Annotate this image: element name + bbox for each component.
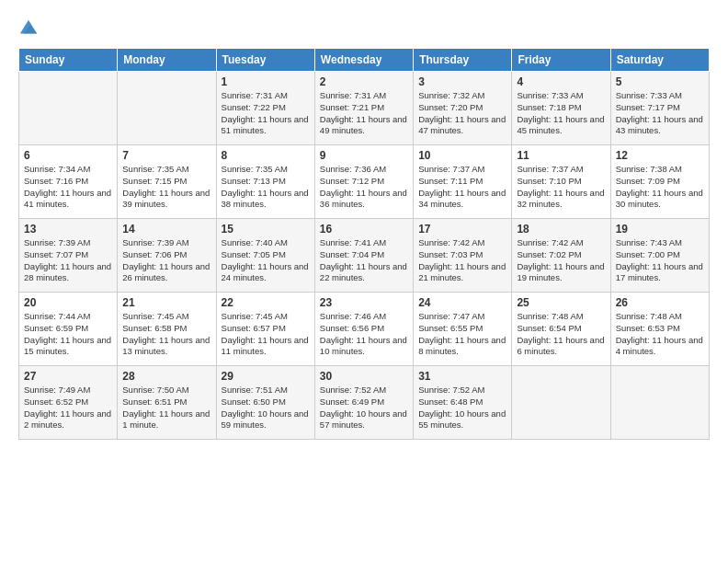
- weekday-header-row: SundayMondayTuesdayWednesdayThursdayFrid…: [19, 49, 710, 72]
- day-info: Sunrise: 7:34 AM Sunset: 7:16 PM Dayligh…: [24, 164, 112, 211]
- day-info: Sunrise: 7:47 AM Sunset: 6:55 PM Dayligh…: [418, 311, 506, 358]
- day-cell: [19, 72, 118, 145]
- day-cell: 9Sunrise: 7:36 AM Sunset: 7:12 PM Daylig…: [314, 145, 413, 219]
- day-number: 12: [616, 149, 704, 162]
- week-row-2: 6Sunrise: 7:34 AM Sunset: 7:16 PM Daylig…: [19, 145, 710, 219]
- day-cell: [512, 366, 610, 440]
- header: [18, 18, 710, 39]
- day-cell: 25Sunrise: 7:48 AM Sunset: 6:54 PM Dayli…: [512, 293, 610, 366]
- week-row-3: 13Sunrise: 7:39 AM Sunset: 7:07 PM Dayli…: [19, 219, 710, 293]
- day-info: Sunrise: 7:37 AM Sunset: 7:10 PM Dayligh…: [517, 164, 605, 211]
- day-info: Sunrise: 7:48 AM Sunset: 6:54 PM Dayligh…: [517, 311, 605, 358]
- day-cell: 5Sunrise: 7:33 AM Sunset: 7:17 PM Daylig…: [610, 72, 709, 145]
- day-number: 2: [320, 75, 408, 88]
- day-cell: 11Sunrise: 7:37 AM Sunset: 7:10 PM Dayli…: [512, 145, 610, 219]
- day-number: 8: [222, 149, 310, 162]
- day-number: 19: [616, 223, 704, 236]
- day-info: Sunrise: 7:46 AM Sunset: 6:56 PM Dayligh…: [320, 311, 408, 358]
- day-cell: 18Sunrise: 7:42 AM Sunset: 7:02 PM Dayli…: [512, 219, 610, 293]
- day-info: Sunrise: 7:37 AM Sunset: 7:11 PM Dayligh…: [418, 164, 506, 211]
- day-number: 28: [122, 370, 210, 383]
- weekday-header-sunday: Sunday: [19, 49, 118, 72]
- day-number: 13: [24, 223, 112, 236]
- day-cell: 27Sunrise: 7:49 AM Sunset: 6:52 PM Dayli…: [19, 366, 118, 440]
- day-cell: 17Sunrise: 7:42 AM Sunset: 7:03 PM Dayli…: [414, 219, 512, 293]
- day-number: 4: [517, 75, 605, 88]
- day-info: Sunrise: 7:41 AM Sunset: 7:04 PM Dayligh…: [320, 237, 408, 284]
- day-info: Sunrise: 7:31 AM Sunset: 7:22 PM Dayligh…: [222, 90, 310, 137]
- day-cell: 7Sunrise: 7:35 AM Sunset: 7:15 PM Daylig…: [118, 145, 216, 219]
- day-info: Sunrise: 7:43 AM Sunset: 7:00 PM Dayligh…: [616, 237, 704, 284]
- day-cell: [610, 366, 709, 440]
- day-cell: 21Sunrise: 7:45 AM Sunset: 6:58 PM Dayli…: [118, 293, 216, 366]
- day-info: Sunrise: 7:52 AM Sunset: 6:49 PM Dayligh…: [320, 385, 408, 431]
- day-number: 15: [222, 223, 310, 236]
- day-info: Sunrise: 7:45 AM Sunset: 6:58 PM Dayligh…: [122, 311, 210, 358]
- day-info: Sunrise: 7:49 AM Sunset: 6:52 PM Dayligh…: [24, 385, 112, 431]
- day-cell: 31Sunrise: 7:52 AM Sunset: 6:48 PM Dayli…: [414, 366, 512, 440]
- calendar: SundayMondayTuesdayWednesdayThursdayFrid…: [18, 48, 710, 440]
- logo-icon: [18, 18, 39, 39]
- day-number: 24: [418, 296, 506, 309]
- day-cell: 30Sunrise: 7:52 AM Sunset: 6:49 PM Dayli…: [314, 366, 413, 440]
- day-cell: 13Sunrise: 7:39 AM Sunset: 7:07 PM Dayli…: [19, 219, 118, 293]
- logo: [18, 18, 40, 39]
- page: SundayMondayTuesdayWednesdayThursdayFrid…: [0, 0, 728, 563]
- day-number: 25: [517, 296, 605, 309]
- day-number: 21: [122, 296, 210, 309]
- day-number: 29: [222, 370, 310, 383]
- day-info: Sunrise: 7:38 AM Sunset: 7:09 PM Dayligh…: [616, 164, 704, 211]
- day-number: 11: [517, 149, 605, 162]
- day-cell: 12Sunrise: 7:38 AM Sunset: 7:09 PM Dayli…: [610, 145, 709, 219]
- day-info: Sunrise: 7:39 AM Sunset: 7:06 PM Dayligh…: [122, 237, 210, 284]
- day-cell: 4Sunrise: 7:33 AM Sunset: 7:18 PM Daylig…: [512, 72, 610, 145]
- day-number: 30: [320, 370, 408, 383]
- day-number: 3: [418, 75, 506, 88]
- day-cell: 3Sunrise: 7:32 AM Sunset: 7:20 PM Daylig…: [414, 72, 512, 145]
- day-info: Sunrise: 7:35 AM Sunset: 7:13 PM Dayligh…: [222, 164, 310, 211]
- day-info: Sunrise: 7:33 AM Sunset: 7:18 PM Dayligh…: [517, 90, 605, 137]
- day-info: Sunrise: 7:36 AM Sunset: 7:12 PM Dayligh…: [320, 164, 408, 211]
- day-cell: 16Sunrise: 7:41 AM Sunset: 7:04 PM Dayli…: [314, 219, 413, 293]
- day-cell: 20Sunrise: 7:44 AM Sunset: 6:59 PM Dayli…: [19, 293, 118, 366]
- day-number: 1: [222, 75, 310, 88]
- day-number: 18: [517, 223, 605, 236]
- week-row-4: 20Sunrise: 7:44 AM Sunset: 6:59 PM Dayli…: [19, 293, 710, 366]
- day-number: 7: [122, 149, 210, 162]
- day-cell: 23Sunrise: 7:46 AM Sunset: 6:56 PM Dayli…: [314, 293, 413, 366]
- day-cell: 8Sunrise: 7:35 AM Sunset: 7:13 PM Daylig…: [216, 145, 314, 219]
- day-cell: 6Sunrise: 7:34 AM Sunset: 7:16 PM Daylig…: [19, 145, 118, 219]
- day-cell: 29Sunrise: 7:51 AM Sunset: 6:50 PM Dayli…: [216, 366, 314, 440]
- day-info: Sunrise: 7:42 AM Sunset: 7:02 PM Dayligh…: [517, 237, 605, 284]
- day-info: Sunrise: 7:33 AM Sunset: 7:17 PM Dayligh…: [616, 90, 704, 137]
- day-number: 31: [418, 370, 506, 383]
- weekday-header-saturday: Saturday: [610, 49, 709, 72]
- day-cell: 28Sunrise: 7:50 AM Sunset: 6:51 PM Dayli…: [118, 366, 216, 440]
- day-info: Sunrise: 7:31 AM Sunset: 7:21 PM Dayligh…: [320, 90, 408, 137]
- day-cell: 26Sunrise: 7:48 AM Sunset: 6:53 PM Dayli…: [610, 293, 709, 366]
- week-row-5: 27Sunrise: 7:49 AM Sunset: 6:52 PM Dayli…: [19, 366, 710, 440]
- day-number: 10: [418, 149, 506, 162]
- day-number: 6: [24, 149, 112, 162]
- day-number: 26: [616, 296, 704, 309]
- day-info: Sunrise: 7:32 AM Sunset: 7:20 PM Dayligh…: [418, 90, 506, 137]
- weekday-header-friday: Friday: [512, 49, 610, 72]
- day-cell: 22Sunrise: 7:45 AM Sunset: 6:57 PM Dayli…: [216, 293, 314, 366]
- day-info: Sunrise: 7:40 AM Sunset: 7:05 PM Dayligh…: [222, 237, 310, 284]
- day-info: Sunrise: 7:39 AM Sunset: 7:07 PM Dayligh…: [24, 237, 112, 284]
- day-info: Sunrise: 7:42 AM Sunset: 7:03 PM Dayligh…: [418, 237, 506, 284]
- day-info: Sunrise: 7:50 AM Sunset: 6:51 PM Dayligh…: [122, 385, 210, 431]
- weekday-header-wednesday: Wednesday: [314, 49, 413, 72]
- day-number: 23: [320, 296, 408, 309]
- day-info: Sunrise: 7:51 AM Sunset: 6:50 PM Dayligh…: [222, 385, 310, 431]
- week-row-1: 1Sunrise: 7:31 AM Sunset: 7:22 PM Daylig…: [19, 72, 710, 145]
- day-cell: 1Sunrise: 7:31 AM Sunset: 7:22 PM Daylig…: [216, 72, 314, 145]
- weekday-header-thursday: Thursday: [414, 49, 512, 72]
- day-number: 14: [122, 223, 210, 236]
- weekday-header-monday: Monday: [118, 49, 216, 72]
- day-cell: 15Sunrise: 7:40 AM Sunset: 7:05 PM Dayli…: [216, 219, 314, 293]
- day-cell: 19Sunrise: 7:43 AM Sunset: 7:00 PM Dayli…: [610, 219, 709, 293]
- day-cell: [118, 72, 216, 145]
- day-info: Sunrise: 7:44 AM Sunset: 6:59 PM Dayligh…: [24, 311, 112, 358]
- day-cell: 10Sunrise: 7:37 AM Sunset: 7:11 PM Dayli…: [414, 145, 512, 219]
